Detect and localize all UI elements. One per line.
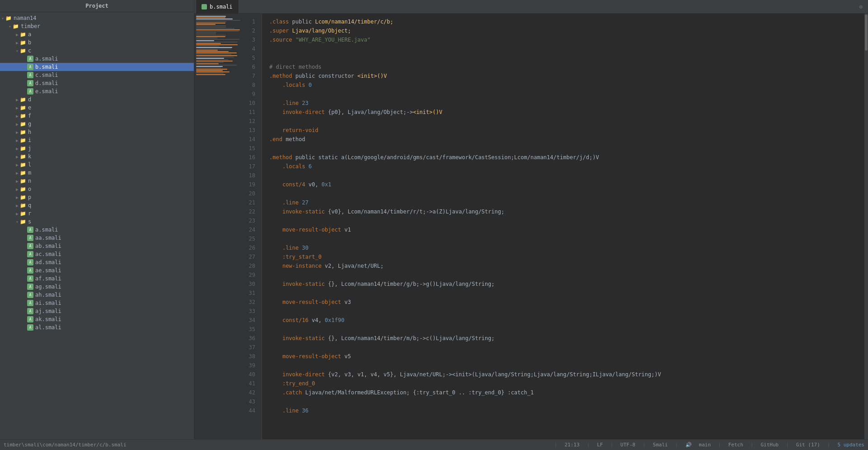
folder-arrow-icon: ▶ bbox=[14, 187, 20, 192]
tree-item-label: af.smali bbox=[35, 275, 61, 282]
tree-item-m[interactable]: ▶📁m bbox=[0, 169, 194, 177]
tree-item-i[interactable]: ▶📁i bbox=[0, 136, 194, 144]
minimap-line bbox=[196, 66, 223, 67]
tree-item-af.smali[interactable]: Aaf.smali bbox=[0, 275, 194, 283]
line-number: 27 bbox=[244, 252, 259, 261]
line-number: 29 bbox=[244, 270, 259, 279]
file-icon: A bbox=[27, 308, 33, 314]
tree-item-r[interactable]: ▶📁r bbox=[0, 209, 194, 218]
tree-item-a[interactable]: ▶📁a bbox=[0, 30, 194, 38]
tree-item-j[interactable]: ▶📁j bbox=[0, 144, 194, 152]
line-number: 26 bbox=[244, 243, 259, 252]
minimap-line bbox=[196, 44, 238, 45]
scrollbar-vertical[interactable] bbox=[864, 14, 868, 439]
code-line: .class public Lcom/naman14/timber/c/b; bbox=[269, 17, 857, 26]
tree-item-aj.smali[interactable]: Aaj.smali bbox=[0, 307, 194, 315]
sidebar-tree[interactable]: ▾📁naman14▾📁timber▶📁a▶📁b▾📁cAa.smaliAb.sma… bbox=[0, 12, 194, 439]
code-content[interactable]: .class public Lcom/naman14/timber/c/b;.s… bbox=[262, 14, 864, 439]
minimap-line bbox=[196, 31, 239, 32]
tree-item-ag.smali[interactable]: Aag.smali bbox=[0, 283, 194, 291]
tree-item-a.smali-s[interactable]: Aa.smali bbox=[0, 226, 194, 234]
status-path: timber\smali\com/naman14/timber/c/b.smal… bbox=[4, 442, 547, 448]
minimap-line bbox=[196, 50, 218, 51]
tree-item-aa.smali[interactable]: Aaa.smali bbox=[0, 234, 194, 242]
tree-item-ac.smali[interactable]: Aac.smali bbox=[0, 250, 194, 258]
line-number: 31 bbox=[244, 289, 259, 298]
tree-item-c[interactable]: ▾📁c bbox=[0, 47, 194, 55]
tree-item-label: r bbox=[28, 210, 31, 217]
tree-item-o[interactable]: ▶📁o bbox=[0, 185, 194, 193]
code-token: 0 bbox=[305, 82, 311, 88]
tree-item-e.smali[interactable]: Ae.smali bbox=[0, 87, 194, 95]
code-token: :try_end_0 bbox=[282, 380, 315, 387]
minimap-line bbox=[196, 19, 233, 19]
file-icon: A bbox=[27, 72, 33, 78]
tree-item-s[interactable]: ▾📁s bbox=[0, 218, 194, 226]
code-token bbox=[269, 371, 282, 378]
status-fetch[interactable]: Fetch bbox=[728, 442, 743, 448]
status-main[interactable]: main bbox=[699, 442, 711, 448]
tree-item-l[interactable]: ▶📁l bbox=[0, 161, 194, 169]
code-line: invoke-static {}, Lcom/naman14/timber/g/… bbox=[269, 279, 857, 289]
code-token: Ljava/net/MalformedURLException; {:try_s… bbox=[302, 389, 534, 396]
tree-item-ae.smali[interactable]: Aae.smali bbox=[0, 266, 194, 275]
code-token: .line bbox=[282, 407, 299, 414]
status-github[interactable]: GitHub bbox=[760, 442, 779, 448]
tree-item-label: m bbox=[28, 170, 31, 176]
file-icon: A bbox=[27, 56, 33, 62]
folder-icon: 📁 bbox=[20, 219, 26, 225]
minimap-line bbox=[196, 47, 232, 48]
code-token: v5 bbox=[341, 353, 351, 360]
folder-icon: 📁 bbox=[20, 129, 26, 135]
tree-item-d[interactable]: ▶📁d bbox=[0, 95, 194, 104]
tree-item-f[interactable]: ▶📁f bbox=[0, 112, 194, 120]
minimap-line bbox=[196, 23, 225, 24]
tree-item-a.smali[interactable]: Aa.smali bbox=[0, 55, 194, 63]
line-number: 36 bbox=[244, 334, 259, 343]
tree-item-d.smali[interactable]: Ad.smali bbox=[0, 79, 194, 87]
file-icon: A bbox=[27, 292, 33, 298]
tree-item-ad.smali[interactable]: Aad.smali bbox=[0, 258, 194, 266]
tree-item-n[interactable]: ▶📁n bbox=[0, 177, 194, 185]
code-line: ​ bbox=[269, 397, 857, 406]
status-updates[interactable]: 5 updates bbox=[837, 442, 864, 448]
status-filetype: Smali bbox=[653, 442, 668, 448]
status-git[interactable]: Git (17) bbox=[796, 442, 820, 448]
code-token: invoke-static bbox=[282, 281, 325, 287]
tree-item-q[interactable]: ▶📁q bbox=[0, 201, 194, 209]
tree-item-ah.smali[interactable]: Aah.smali bbox=[0, 291, 194, 299]
file-icon: A bbox=[27, 316, 33, 322]
gear-icon[interactable]: ⚙ bbox=[856, 4, 866, 10]
code-token: {v0}, Lcom/naman14/timber/r/t;->a(Z)Ljav… bbox=[325, 208, 504, 215]
tree-item-b.smali[interactable]: Ab.smali bbox=[0, 63, 194, 71]
minimap-line bbox=[196, 39, 239, 40]
minimap-line bbox=[196, 70, 223, 71]
tree-item-p[interactable]: ▶📁p bbox=[0, 193, 194, 201]
tree-item-ak.smali[interactable]: Aak.smali bbox=[0, 315, 194, 323]
minimap-line bbox=[196, 59, 228, 60]
line-number: 2 bbox=[244, 26, 259, 35]
folder-arrow-icon: ▶ bbox=[14, 162, 20, 167]
tree-item-h[interactable]: ▶📁h bbox=[0, 128, 194, 136]
tree-item-g[interactable]: ▶📁g bbox=[0, 120, 194, 128]
tree-item-c.smali[interactable]: Ac.smali bbox=[0, 71, 194, 79]
tree-item-timber[interactable]: ▾📁timber bbox=[0, 22, 194, 30]
tree-item-k[interactable]: ▶📁k bbox=[0, 152, 194, 161]
tree-item-naman14[interactable]: ▾📁naman14 bbox=[0, 14, 194, 22]
code-editor[interactable]: 1234567891011121314151617181920212223242… bbox=[244, 14, 864, 439]
line-number: 18 bbox=[244, 171, 259, 180]
active-tab[interactable]: b.smali bbox=[196, 0, 239, 14]
folder-icon: 📁 bbox=[20, 186, 26, 192]
folder-arrow-icon: ▶ bbox=[14, 114, 20, 118]
file-icon: A bbox=[27, 251, 33, 257]
code-token: move-result-object bbox=[282, 299, 341, 305]
code-token: .source bbox=[269, 37, 292, 43]
code-token: const/4 bbox=[282, 181, 305, 188]
tree-item-ai.smali[interactable]: Aai.smali bbox=[0, 299, 194, 307]
tree-item-b[interactable]: ▶📁b bbox=[0, 38, 194, 47]
folder-icon: 📁 bbox=[20, 211, 26, 217]
tree-item-ab.smali[interactable]: Aab.smali bbox=[0, 242, 194, 250]
tree-item-label: n bbox=[28, 178, 31, 184]
tree-item-e[interactable]: ▶📁e bbox=[0, 104, 194, 112]
tree-item-al.smali[interactable]: Aal.smali bbox=[0, 323, 194, 332]
